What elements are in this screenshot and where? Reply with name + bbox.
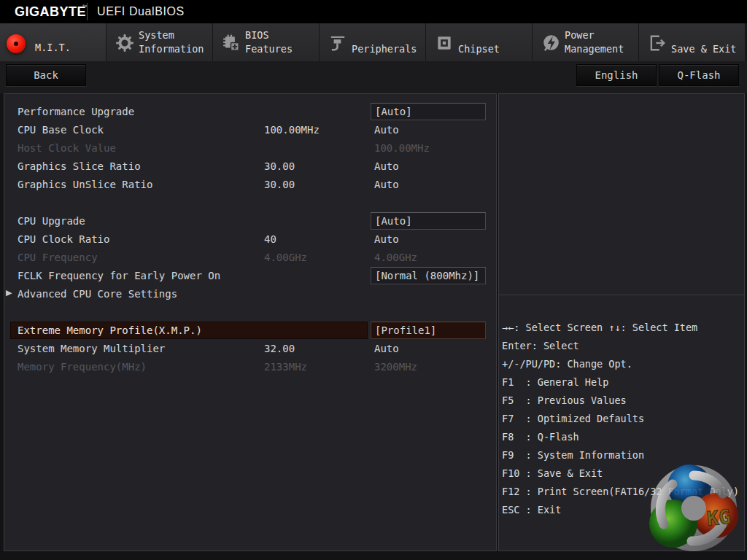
setting-current-value: 4.00GHz [264, 252, 307, 263]
tab-label: BIOS Features [245, 28, 315, 56]
setting-row-cpu-frequency: CPU Frequency 4.00GHz 4.00GHz [9, 249, 492, 266]
setting-label: CPU Base Clock [18, 124, 104, 136]
setting-option-value: Auto [374, 343, 399, 354]
setting-option-value: Auto [374, 233, 399, 245]
help-line: F7 : Optimized Defaults [502, 410, 743, 428]
setting-label: CPU Clock Ratio [18, 233, 109, 245]
setting-current-value: 32.00 [264, 343, 295, 354]
help-line: F10 : Save & Exit [502, 464, 743, 483]
firmware-title: UEFI DualBIOS [97, 5, 185, 18]
setting-row-graphics-slice-ratio[interactable]: Graphics Slice Ratio 30.00 Auto [9, 158, 492, 175]
setting-row-cpu-base-clock[interactable]: CPU Base Clock 100.00MHz Auto [9, 121, 492, 139]
help-line: F12 : Print Screen(FAT16/32 Format Only) [502, 483, 743, 501]
chipset-icon [435, 34, 454, 52]
setting-label: Extreme Memory Profile(X.M.P.) [18, 324, 202, 336]
setting-row-performance-upgrade[interactable]: Performance Upgrade [Auto] [9, 103, 492, 120]
tab-label: Power Management [565, 28, 635, 56]
setting-option-value: 3200MHz [374, 361, 417, 373]
bios-screen: GIGABYTE ™ UEFI DualBIOS M.I.T. [0, 0, 747, 560]
setting-option-value: Auto [374, 124, 399, 136]
toolbar: Back English Q-Flash [0, 61, 747, 93]
setting-label: Performance Upgrade [18, 106, 134, 117]
setting-row-fclk-frequency[interactable]: FCLK Frequency for Early Power On [Norma… [9, 267, 492, 284]
setting-label: FCLK Frequency for Early Power On [18, 270, 220, 281]
help-line: F9 : System Information [502, 446, 743, 464]
setting-option-value: 4.00GHz [374, 252, 417, 263]
setting-row-xmp[interactable]: Extreme Memory Profile(X.M.P.) [Profile1… [9, 322, 492, 339]
help-line: ESC : Exit [502, 501, 743, 519]
setting-current-value: 30.00 [264, 179, 295, 190]
setting-option-value: Auto [374, 179, 399, 190]
setting-label: Memory Frequency(MHz) [18, 361, 147, 373]
tab-save-exit[interactable]: Save & Exit [639, 23, 745, 61]
help-line: +/-/PU/PD: Change Opt. [502, 355, 743, 373]
tab-chipset[interactable]: Chipset [426, 23, 532, 61]
peripherals-plug-icon [328, 34, 347, 52]
setting-row-memory-frequency: Memory Frequency(MHz) 2133MHz 3200MHz [9, 358, 492, 376]
setting-label: CPU Upgrade [18, 215, 85, 227]
setting-current-value: 100.00MHz [264, 124, 320, 136]
submenu-arrow-icon: ▶ [6, 288, 12, 298]
setting-option-value: 100.00MHz [374, 142, 430, 154]
tab-power-management[interactable]: Power Management [533, 23, 638, 61]
bios-chip-plus-icon [222, 34, 241, 52]
tab-label: M.I.T. [35, 41, 71, 55]
help-line: F8 : Q-Flash [502, 428, 743, 446]
setting-option-box[interactable]: [Auto] [371, 212, 486, 230]
help-line: →←: Select Screen ↑↓: Select Item [502, 319, 743, 337]
setting-current-value: 40 [264, 233, 276, 245]
setting-option-value: Auto [374, 160, 399, 172]
tab-mit[interactable]: M.I.T. [0, 23, 106, 61]
setting-label: Graphics UnSlice Ratio [18, 179, 152, 190]
qflash-button[interactable]: Q-Flash [659, 64, 739, 86]
tab-system-information[interactable]: System Information [107, 23, 212, 61]
key-legend: →←: Select Screen ↑↓: Select Item Enter:… [502, 319, 743, 519]
setting-row-graphics-unslice-ratio[interactable]: Graphics UnSlice Ratio 30.00 Auto [9, 176, 492, 193]
setting-label: CPU Frequency [18, 252, 98, 263]
exit-door-icon [648, 34, 667, 52]
setting-row-cpu-clock-ratio[interactable]: CPU Clock Ratio 40 Auto [9, 230, 492, 248]
gear-icon [115, 34, 134, 52]
tab-label: Peripherals [352, 42, 417, 56]
setting-option-box[interactable]: [Auto] [371, 103, 486, 120]
setting-label: Advanced CPU Core Settings [18, 288, 177, 300]
help-divider [499, 295, 744, 295]
gigabyte-logo: GIGABYTE [15, 4, 86, 20]
help-line: F1 : General Help [502, 373, 743, 392]
setting-row-advanced-cpu-core-settings[interactable]: ▶ Advanced CPU Core Settings [9, 285, 492, 303]
setting-option-box[interactable]: [Normal (800Mhz)] [371, 267, 486, 284]
setting-current-value: 2133MHz [264, 361, 307, 373]
setting-row-system-memory-multiplier[interactable]: System Memory Multiplier 32.00 Auto [9, 340, 492, 357]
settings-panel: Performance Upgrade [Auto] CPU Base Cloc… [4, 93, 497, 551]
tab-label: System Information [139, 28, 209, 56]
help-line: Enter: Select [502, 337, 743, 355]
tab-label: Save & Exit [671, 42, 736, 56]
back-button[interactable]: Back [6, 64, 86, 86]
tab-peripherals[interactable]: Peripherals [320, 23, 425, 61]
setting-label: Host Clock Value [18, 142, 116, 154]
title-divider [87, 3, 88, 20]
setting-row-cpu-upgrade[interactable]: CPU Upgrade [Auto] [9, 212, 492, 230]
setting-label: System Memory Multiplier [18, 343, 165, 354]
setting-row-host-clock-value: Host Clock Value 100.00MHz [9, 139, 492, 157]
setting-current-value: 30.00 [264, 160, 295, 172]
setting-label: Graphics Slice Ratio [18, 160, 141, 172]
help-line: F5 : Previous Values [502, 392, 743, 410]
mit-red-dot-icon [7, 34, 26, 53]
language-button[interactable]: English [576, 64, 657, 86]
title-bar: GIGABYTE ™ UEFI DualBIOS [0, 0, 747, 23]
tab-label: Chipset [458, 42, 500, 56]
tab-bar: M.I.T. System I [0, 23, 747, 61]
lightning-icon [541, 34, 560, 52]
setting-option-box[interactable]: [Profile1] [371, 322, 486, 339]
tab-bios-features[interactable]: BIOS Features [213, 23, 319, 61]
help-panel: →←: Select Screen ↑↓: Select Item Enter:… [498, 93, 745, 551]
